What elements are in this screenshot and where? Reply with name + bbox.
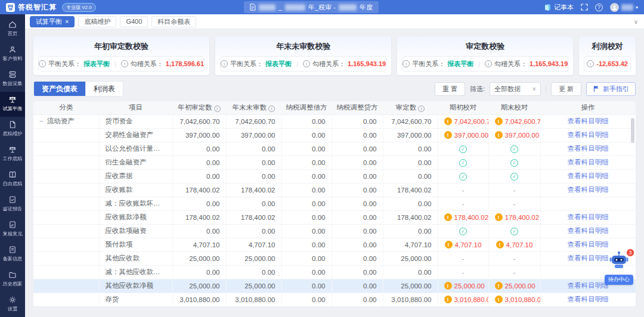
view-detail-link[interactable]: 查看科目明细 bbox=[568, 296, 609, 303]
column-header-label: 年初审定数 bbox=[178, 104, 212, 111]
info-icon: i bbox=[221, 60, 228, 67]
warning-icon: ! bbox=[495, 131, 503, 139]
init-audited-cell: 0.00 bbox=[172, 169, 226, 183]
item-cell: 应收款项融资 bbox=[99, 224, 172, 238]
view-detail-link[interactable]: 查看科目明细 bbox=[568, 117, 609, 125]
balance-relation-value: 报表平衡 bbox=[265, 60, 292, 69]
info-icon[interactable]: i bbox=[418, 105, 425, 112]
filter-label: 筛选: bbox=[470, 85, 485, 94]
tax-adjust-debit-cell: 0.00 bbox=[281, 265, 332, 279]
record-info-icon bbox=[8, 245, 17, 254]
user-menu[interactable]: ▾ bbox=[610, 3, 638, 12]
collapse-panel-chevron-icon[interactable]: ∨ bbox=[634, 18, 638, 25]
sidebar-item-settings[interactable]: 设置 bbox=[0, 292, 25, 317]
sidebar-item-draft-maintain[interactable]: 底稿维护 bbox=[0, 117, 25, 142]
avatar bbox=[610, 3, 619, 12]
doc-title-text: _ bbox=[278, 4, 282, 11]
info-icon: i bbox=[39, 60, 46, 67]
tax-adjust-debit-cell: 0.00 bbox=[281, 169, 332, 183]
view-detail-link[interactable]: 查看科目明细 bbox=[568, 241, 609, 248]
fullscreen-button[interactable] bbox=[581, 4, 588, 11]
sidebar-item-free-draft[interactable]: 自由底稿 bbox=[0, 167, 25, 192]
check-status-value: 397,000.00 bbox=[505, 132, 540, 139]
dash-placeholder: - bbox=[513, 255, 516, 262]
end-check-cell: !4,707.10 bbox=[488, 238, 540, 251]
close-icon[interactable]: × bbox=[65, 18, 69, 25]
view-detail-link[interactable]: 查看科目明细 bbox=[568, 227, 609, 234]
sidebar-item-report[interactable]: 鉴证报告 bbox=[0, 192, 25, 217]
guide-button[interactable]: 新手指引 bbox=[586, 82, 636, 96]
window-tab[interactable]: 底稿维护 bbox=[78, 16, 116, 27]
validation-card: 年末未审数校验i平衡关系：报表平衡|i勾稽关系：1,165,943.19 bbox=[215, 36, 391, 75]
sidebar-item-review[interactable]: 复核意见 bbox=[0, 217, 25, 242]
window-tab[interactable]: 试算平衡× bbox=[30, 16, 75, 27]
view-detail-link[interactable]: 查看科目明细 bbox=[568, 131, 609, 138]
info-icon: i bbox=[303, 60, 310, 67]
check-status-value: 7,042,600.70 bbox=[454, 118, 489, 125]
filter-select[interactable]: 全部数据 ∨ bbox=[490, 82, 541, 96]
card-title: 审定数校验 bbox=[402, 41, 568, 52]
dash-placeholder: - bbox=[462, 255, 465, 262]
table-row[interactable]: 预付款项4,707.104,707.100.000.004,707.10!4,7… bbox=[33, 238, 636, 251]
divider: | bbox=[114, 60, 116, 67]
begin-check-cell: ✓ bbox=[438, 142, 488, 156]
table-row[interactable]: 减：其他应收款坏账准备0.000.000.000.000.00-- bbox=[33, 265, 636, 279]
end-check-cell: - bbox=[488, 183, 540, 197]
view-detail-link[interactable]: 查看科目明细 bbox=[568, 145, 609, 152]
view-detail-link[interactable]: 查看科目明细 bbox=[568, 158, 609, 166]
window-tab[interactable]: G400 bbox=[120, 16, 148, 27]
table-row[interactable]: 其他应收款25,000.0025,000.000.000.0025,000.00… bbox=[33, 251, 636, 265]
sidebar-item-archive[interactable]: 历史档案 bbox=[0, 267, 25, 292]
action-cell: 查看科目明细 bbox=[540, 114, 636, 128]
item-cell: 其他应收款 bbox=[99, 251, 172, 265]
table-row[interactable]: 交易性金融资产397,000.00397,000.000.000.00397,0… bbox=[33, 128, 636, 142]
notebook-icon bbox=[544, 4, 552, 11]
sheet-tab-income-statement[interactable]: 利润表 bbox=[86, 82, 123, 96]
update-button[interactable]: 更新 bbox=[551, 82, 581, 96]
todo-center-widget[interactable]: 3 待办中心 bbox=[602, 251, 636, 285]
todo-badge: 3 bbox=[626, 248, 634, 257]
window-tab[interactable]: 科目余额表 bbox=[151, 16, 196, 27]
end-check-cell: !7,042,600.70 bbox=[488, 114, 540, 128]
table-row[interactable]: 应收款项融资0.000.000.000.000.00✓✓查看科目明细 bbox=[33, 224, 636, 238]
tax-adjust-credit-cell: 0.00 bbox=[332, 142, 383, 156]
view-detail-link[interactable]: 查看科目明细 bbox=[568, 213, 609, 220]
sidebar-item-label: 首页 bbox=[8, 30, 18, 38]
table-row[interactable]: 衍生金融资产0.000.000.000.000.00✓✓查看科目明细 bbox=[33, 156, 636, 169]
yearend-unaudited-cell: 0.00 bbox=[226, 156, 281, 169]
info-icon[interactable]: i bbox=[214, 105, 221, 112]
topbar: 答税智汇算 专业版 V2.0 _年_税审 - 年度 记事本 ? ▾ bbox=[0, 0, 644, 14]
table-row[interactable]: 减：应收账款坏账准备0.000.000.000.000.00-- bbox=[33, 197, 636, 210]
item-cell: 存货 bbox=[99, 293, 172, 306]
help-button[interactable]: ? bbox=[595, 4, 603, 11]
table-row[interactable]: 存货3,010,880.003,010,880.000.000.003,010,… bbox=[33, 293, 636, 306]
info-icon[interactable]: i bbox=[268, 105, 275, 112]
sidebar-item-record-info[interactable]: 备案信息 bbox=[0, 242, 25, 267]
sidebar-item-working-paper[interactable]: 工作底稿 bbox=[0, 142, 25, 167]
balance-relation-value: 报表平衡 bbox=[447, 60, 473, 69]
guide-flag-icon bbox=[593, 85, 600, 92]
vertical-scrollbar[interactable] bbox=[631, 118, 634, 143]
collapse-icon[interactable]: − bbox=[39, 117, 44, 125]
sidebar-item-label: 客户资料 bbox=[2, 55, 22, 63]
check-status-value: 3,010,880.00 bbox=[505, 296, 541, 303]
view-detail-link[interactable]: 查看科目明细 bbox=[568, 186, 609, 193]
notebook-button[interactable]: 记事本 bbox=[544, 3, 574, 12]
sidebar-item-data-collect[interactable]: 数据采集 bbox=[0, 67, 25, 92]
sidebar-item-customer[interactable]: 客户资料 bbox=[0, 42, 25, 67]
view-detail-link[interactable]: 查看科目明细 bbox=[568, 172, 609, 179]
dash-placeholder: - bbox=[513, 200, 516, 207]
table-row[interactable]: −流动资产货币资金7,042,600.707,042,600.700.000.0… bbox=[33, 114, 636, 128]
sidebar-item-balance[interactable]: 试算平衡 bbox=[0, 92, 25, 117]
table-row[interactable]: 应收账款178,400.02178,400.020.000.00178,400.… bbox=[33, 183, 636, 197]
table-row[interactable]: 应收账款净额178,400.02178,400.020.000.00178,40… bbox=[33, 210, 636, 224]
reset-button[interactable]: 重置 bbox=[435, 82, 465, 96]
category-cell bbox=[33, 169, 99, 183]
table-row[interactable]: 以公允价值计量且其变动计入当期损...0.000.000.000.000.00✓… bbox=[33, 142, 636, 156]
table-row[interactable]: 应收票据0.000.000.000.000.00✓✓查看科目明细 bbox=[33, 169, 636, 183]
sheet-tab-balance-sheet[interactable]: 资产负债表 bbox=[34, 82, 86, 96]
sidebar-item-label: 工作底稿 bbox=[2, 156, 22, 163]
sidebar-item-home[interactable]: 首页 bbox=[0, 17, 25, 42]
table-row[interactable]: 其他应收款净额25,000.0025,000.000.000.0025,000.… bbox=[33, 279, 636, 293]
init-audited-cell: 4,707.10 bbox=[172, 238, 226, 251]
